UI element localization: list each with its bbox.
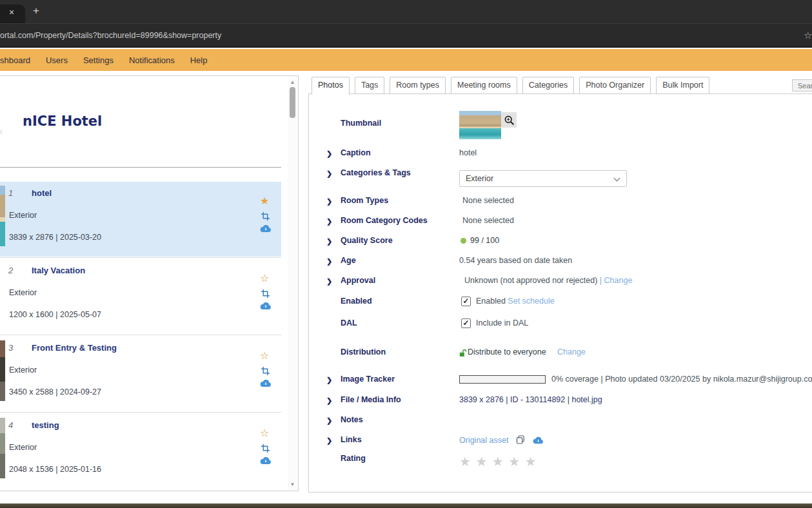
- tab-room-types[interactable]: Room types: [390, 77, 446, 94]
- enabled-checkbox[interactable]: ✓: [461, 297, 471, 306]
- nav-item-users[interactable]: Users: [46, 55, 68, 65]
- crop-icon[interactable]: [261, 289, 270, 300]
- tab-tags[interactable]: Tags: [355, 77, 384, 94]
- thumbnail-image: [459, 111, 501, 139]
- tab-photo-organizer[interactable]: Photo Organizer: [579, 77, 651, 94]
- photo-index: 1: [8, 188, 13, 198]
- rating-star-icon[interactable]: ★: [459, 454, 471, 469]
- field-row-age: ❯ Age 0.54 years based on date taken: [309, 256, 812, 270]
- tab-photos[interactable]: Photos: [312, 77, 350, 95]
- zoom-magnifier-button[interactable]: [501, 112, 517, 128]
- set-schedule-link[interactable]: Set schedule: [508, 297, 554, 306]
- cloud-download-icon[interactable]: [532, 436, 544, 446]
- expand-chevron-icon[interactable]: ❯: [326, 277, 332, 286]
- field-label: Enabled: [341, 297, 372, 306]
- scrollbar-thumb[interactable]: [290, 87, 295, 118]
- photo-title: testing: [32, 420, 59, 430]
- nav-item-notifications[interactable]: Notifications: [129, 55, 175, 65]
- photo-index: 3: [8, 343, 13, 353]
- url-bar[interactable]: ortal.com/Property/Details?brochureId=89…: [0, 23, 812, 48]
- cloud-download-icon[interactable]: [259, 456, 272, 467]
- approval-change-link[interactable]: Change: [604, 276, 633, 285]
- tab-categories[interactable]: Categories: [522, 77, 574, 94]
- photo-meta: 3450 x 2588 | 2024-09-27: [9, 387, 101, 396]
- photo-list-item-4[interactable]: 4 testing Exterior 2048 x 1536 | 2025-01…: [0, 414, 281, 489]
- search-input[interactable]: [792, 79, 812, 92]
- scroll-down-icon[interactable]: ▼: [288, 482, 297, 487]
- expand-chevron-icon[interactable]: ❯: [326, 396, 332, 405]
- rating-star-icon[interactable]: ★: [492, 454, 504, 469]
- dal-checkbox[interactable]: ✓: [461, 318, 471, 328]
- url-text[interactable]: ortal.com/Property/Details?brochureId=89…: [0, 31, 221, 40]
- photo-title: Italy Vacation: [32, 266, 85, 275]
- field-label: Age: [341, 256, 356, 265]
- sidebar-scrollbar[interactable]: ▲ ▼: [288, 77, 297, 490]
- cloud-download-icon[interactable]: [259, 378, 272, 390]
- star-icon[interactable]: ☆: [260, 428, 269, 438]
- field-label: File / Media Info: [341, 395, 401, 404]
- tab-bulk-import[interactable]: Bulk Import: [656, 77, 709, 94]
- crop-icon[interactable]: [261, 366, 270, 378]
- photo-list-item-3[interactable]: 3 Front Entry & Testing Exterior 3450 x …: [0, 337, 281, 411]
- quality-dot-icon: [460, 238, 466, 244]
- expand-chevron-icon[interactable]: ❯: [326, 237, 332, 246]
- tab-meeting-rooms[interactable]: Meeting rooms: [451, 77, 517, 94]
- nav-item-dashboard[interactable]: shboard: [0, 55, 30, 65]
- browser-tab-strip: × +: [0, 0, 812, 23]
- copy-icon[interactable]: [516, 435, 525, 446]
- new-tab-icon[interactable]: +: [30, 5, 43, 16]
- expand-chevron-icon[interactable]: ❯: [326, 376, 332, 384]
- expand-chevron-icon[interactable]: ❯: [326, 197, 332, 206]
- field-row-caption: ❯ Caption hotel: [309, 148, 812, 162]
- star-icon[interactable]: ☆: [260, 273, 269, 284]
- age-value: 0.54 years based on date taken: [459, 256, 572, 265]
- photo-list-sidebar: ‹ nICE Hotel 1 hotel Exterior 3839 x 287…: [0, 75, 299, 491]
- photo-title: Front Entry & Testing: [32, 343, 117, 353]
- star-icon[interactable]: ★: [260, 196, 269, 206]
- cloud-download-icon[interactable]: [259, 301, 272, 313]
- nav-item-settings[interactable]: Settings: [83, 55, 114, 65]
- divider: [0, 335, 281, 335]
- expand-chevron-icon[interactable]: ❯: [326, 257, 332, 266]
- collapse-sidebar-icon[interactable]: ‹: [0, 125, 3, 138]
- detail-tabs: Photos Tags Room types Meeting rooms Cat…: [312, 77, 715, 94]
- field-label: DAL: [341, 318, 357, 327]
- star-icon[interactable]: ☆: [260, 351, 269, 361]
- field-row-file-media-info: ❯ File / Media Info 3839 x 2876 | ID - 1…: [309, 395, 812, 409]
- approval-status: Unknown (not approved nor rejected): [464, 276, 597, 285]
- rating-star-icon[interactable]: ★: [525, 454, 537, 469]
- expand-chevron-icon[interactable]: ❯: [326, 217, 332, 226]
- rating-star-icon[interactable]: ★: [475, 454, 487, 469]
- field-label: Links: [341, 435, 362, 444]
- field-row-notes: ❯ Notes: [309, 415, 812, 429]
- bookmark-star-icon[interactable]: ☆: [804, 30, 812, 41]
- expand-chevron-icon[interactable]: ❯: [326, 436, 332, 445]
- original-asset-link[interactable]: Original asset: [459, 436, 508, 445]
- photo-index: 4: [8, 420, 13, 430]
- photo-meta: 1200 x 1600 | 2025-05-07: [9, 310, 101, 319]
- field-label: Caption: [341, 148, 371, 157]
- field-label: Image Tracker: [341, 375, 395, 384]
- browser-tab[interactable]: ×: [0, 5, 25, 23]
- room-types-value: None selected: [462, 196, 514, 205]
- scroll-up-icon[interactable]: ▲: [288, 79, 297, 85]
- crop-icon[interactable]: [261, 211, 270, 223]
- expand-chevron-icon[interactable]: ❯: [326, 150, 332, 158]
- field-row-room-category-codes: ❯ Room Category Codes None selected: [309, 216, 812, 230]
- expand-chevron-icon[interactable]: ❯: [326, 170, 332, 178]
- photo-category: Exterior: [9, 443, 37, 452]
- rating-star-icon[interactable]: ★: [508, 454, 520, 469]
- categories-select[interactable]: Exterior: [459, 170, 627, 187]
- distribution-change-link[interactable]: Change: [557, 347, 586, 357]
- field-label: Categories & Tags: [341, 168, 411, 177]
- photo-detail-panel: Thumbnail ❯ Caption hotel ❯ Categories &…: [308, 93, 812, 493]
- photo-list-item-1[interactable]: 1 hotel Exterior 3839 x 2876 | 2025-03-2…: [0, 182, 281, 257]
- expand-chevron-icon[interactable]: ❯: [326, 416, 332, 425]
- cloud-download-icon[interactable]: [259, 224, 272, 235]
- close-tab-icon[interactable]: ×: [9, 8, 14, 17]
- photo-meta: 2048 x 1536 | 2025-01-16: [9, 465, 101, 474]
- field-label: Room Types: [341, 196, 388, 205]
- photo-list-item-2[interactable]: 2 Italy Vacation Exterior 1200 x 1600 | …: [0, 259, 281, 334]
- nav-item-help[interactable]: Help: [190, 55, 208, 65]
- crop-icon[interactable]: [261, 444, 270, 455]
